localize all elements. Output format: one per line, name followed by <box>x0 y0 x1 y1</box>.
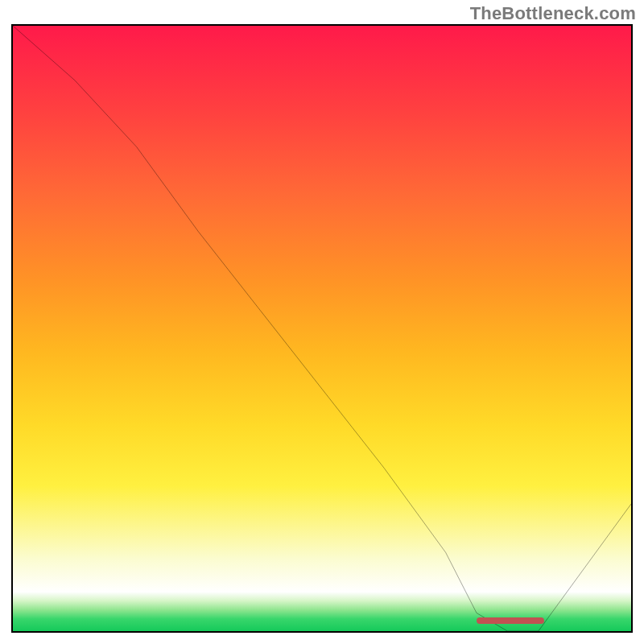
curve-layer <box>13 26 631 631</box>
plot-area <box>11 24 633 633</box>
attribution-label: TheBottleneck.com <box>470 3 636 24</box>
chart-frame: TheBottleneck.com <box>0 0 644 644</box>
bottleneck-curve-path <box>13 26 631 631</box>
optimal-range-marker <box>477 617 544 624</box>
